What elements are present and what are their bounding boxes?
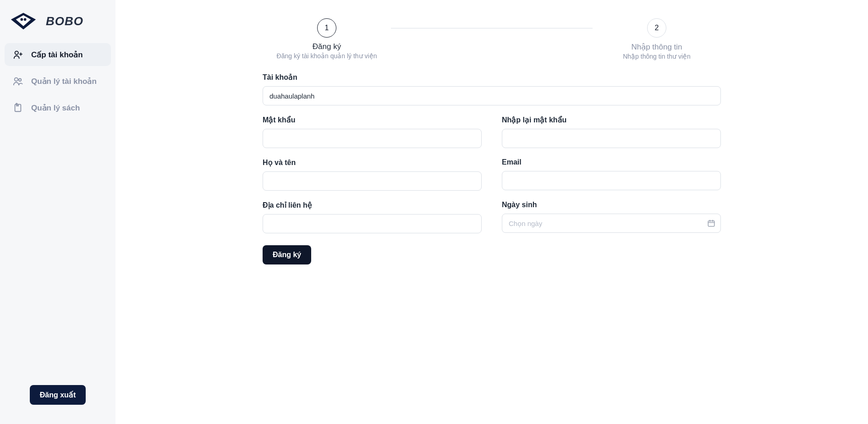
users-icon <box>13 76 23 86</box>
svg-point-3 <box>24 18 27 21</box>
dob-label: Ngày sinh <box>502 201 721 209</box>
logout-button[interactable]: Đăng xuất <box>30 385 86 405</box>
register-form: Tài khoản Mật khẩu Nhập lại mật khẩu <box>263 73 721 264</box>
password-input[interactable] <box>263 129 482 148</box>
email-input[interactable] <box>502 171 721 190</box>
sidebar-item-manage-books[interactable]: Quản lý sách <box>5 96 111 119</box>
password-label: Mật khẩu <box>263 116 482 124</box>
fullname-label: Họ và tên <box>263 158 482 167</box>
svg-point-8 <box>19 79 22 82</box>
step-1-number: 1 <box>317 18 336 38</box>
address-label: Địa chỉ liên hệ <box>263 201 482 209</box>
main-content: 1 Đăng ký Đăng ký tài khoản quản lý thư … <box>115 0 868 424</box>
brand-logo-icon <box>10 12 37 30</box>
username-input[interactable] <box>263 86 721 105</box>
calendar-icon[interactable] <box>707 219 715 227</box>
sidebar-item-label: Quản lý tài khoản <box>31 77 97 86</box>
book-icon <box>13 103 23 113</box>
sidebar: BOBO Cấp tài khoản Quản lý tài khoản Quả… <box>0 0 115 424</box>
svg-point-2 <box>20 18 23 21</box>
sidebar-item-manage-accounts[interactable]: Quản lý tài khoản <box>5 70 111 93</box>
svg-point-7 <box>15 78 18 81</box>
step-2: 2 Nhập thông tin Nhập thông tin thư viện <box>593 18 721 60</box>
user-plus-icon <box>13 50 23 60</box>
step-indicator: 1 Đăng ký Đăng ký tài khoản quản lý thư … <box>263 18 721 60</box>
dob-input[interactable] <box>502 214 721 233</box>
email-label: Email <box>502 158 721 166</box>
step-1: 1 Đăng ký Đăng ký tài khoản quản lý thư … <box>263 18 391 60</box>
sidebar-item-create-account[interactable]: Cấp tài khoản <box>5 43 111 66</box>
sidebar-item-label: Quản lý sách <box>31 103 80 113</box>
brand-name: BOBO <box>46 14 83 28</box>
sidebar-nav: Cấp tài khoản Quản lý tài khoản Quản lý … <box>5 43 111 119</box>
svg-rect-11 <box>708 221 714 226</box>
step-connector <box>391 28 593 28</box>
step-2-number: 2 <box>647 18 666 38</box>
sidebar-item-label: Cấp tài khoản <box>31 50 83 60</box>
submit-button[interactable]: Đăng ký <box>263 245 311 264</box>
svg-point-4 <box>15 51 18 55</box>
password2-input[interactable] <box>502 129 721 148</box>
step-1-title: Đăng ký <box>313 42 341 51</box>
username-label: Tài khoản <box>263 73 721 82</box>
brand: BOBO <box>5 8 111 43</box>
address-input[interactable] <box>263 214 482 233</box>
password2-label: Nhập lại mật khẩu <box>502 116 721 124</box>
fullname-input[interactable] <box>263 171 482 191</box>
step-1-desc: Đăng ký tài khoản quản lý thư viện <box>277 52 377 60</box>
step-2-title: Nhập thông tin <box>631 42 682 52</box>
step-2-desc: Nhập thông tin thư viện <box>623 53 691 60</box>
